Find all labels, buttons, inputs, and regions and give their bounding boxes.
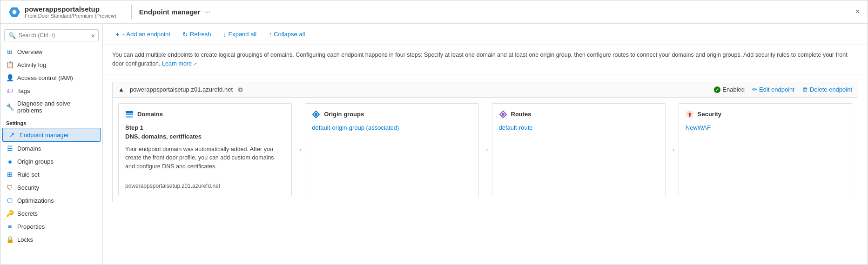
- page-title: Endpoint manager: [139, 8, 201, 16]
- domains-card-title: Domains: [137, 111, 163, 118]
- sidebar-label-origin-groups: Origin groups: [17, 158, 54, 165]
- routes-card-header: Routes: [499, 110, 659, 119]
- origin-groups-card-icon: [312, 110, 320, 119]
- search-icon: 🔍: [8, 32, 16, 39]
- endpoint-section: ▲ powerappsportalsetup.z01.azurefd.net ⧉…: [112, 82, 858, 202]
- learn-more-link[interactable]: Learn more ↗: [162, 60, 197, 67]
- arrow-1: →: [292, 144, 305, 155]
- svg-point-9: [502, 113, 505, 116]
- sidebar-item-secrets[interactable]: 🔑 Secrets: [0, 207, 102, 220]
- diagnose-icon: 🔧: [6, 103, 13, 111]
- svg-point-7: [315, 113, 317, 116]
- origin-groups-card-title: Origin groups: [324, 111, 364, 118]
- refresh-button[interactable]: ↻ Refresh: [177, 28, 216, 41]
- svg-rect-4: [126, 113, 133, 115]
- domains-card-footer: powerappsportalsetup.z01.azurefd.net: [125, 179, 285, 189]
- sidebar-label-activity-log: Activity log: [17, 61, 46, 68]
- security-card: Security NewWAF: [679, 103, 852, 196]
- collapse-icon: ↑: [269, 31, 272, 38]
- svg-point-2: [13, 10, 16, 14]
- toolbar: + + Add an endpoint ↻ Refresh ↓ Expand a…: [103, 24, 868, 45]
- header-logo-text: powerappsportalsetup Front Door Standard…: [25, 5, 116, 19]
- routes-card: Routes default-route: [492, 103, 666, 196]
- search-input[interactable]: [19, 32, 88, 39]
- security-icon: 🛡: [6, 184, 13, 191]
- endpoint-name: powerappsportalsetup.z01.azurefd.net: [130, 86, 233, 93]
- origin-groups-link[interactable]: default-origin-group (associated): [312, 124, 399, 131]
- domains-card: Domains Step 1DNS, domains, certificates…: [118, 103, 292, 196]
- endpoint-actions: Enabled ✏ Edit endpoint 🗑 Delete endpoin…: [714, 86, 852, 93]
- sidebar-label-overview: Overview: [17, 48, 42, 55]
- sidebar-item-activity-log[interactable]: 📋 Activity log: [0, 58, 102, 71]
- description-body: You can add multiple endpoints to create…: [112, 52, 848, 67]
- sidebar-item-origin-groups[interactable]: ◈ Origin groups: [0, 155, 102, 168]
- delete-endpoint-button[interactable]: 🗑 Delete endpoint: [802, 86, 852, 93]
- sidebar-item-rule-set[interactable]: ⊞ Rule set: [0, 168, 102, 181]
- endpoint-header: ▲ powerappsportalsetup.z01.azurefd.net ⧉…: [113, 82, 858, 98]
- add-icon: +: [115, 30, 120, 38]
- domains-icon: ☰: [6, 145, 13, 152]
- domains-card-header: Domains: [125, 110, 285, 119]
- main-layout: 🔍 « ⊞ Overview 📋 Activity log 👤 Access c…: [0, 24, 868, 265]
- sidebar-label-locks: Locks: [17, 236, 33, 243]
- header-logo: powerappsportalsetup Front Door Standard…: [8, 5, 116, 19]
- sidebar-item-access-control[interactable]: 👤 Access control (IAM): [0, 71, 102, 84]
- svg-rect-3: [126, 111, 133, 113]
- expand-label: Expand all: [228, 31, 256, 38]
- enabled-dot: [714, 86, 720, 93]
- sidebar-item-locks[interactable]: 🔒 Locks: [0, 233, 102, 246]
- optimizations-icon: ⬡: [6, 197, 13, 204]
- origin-groups-card-body: default-origin-group (associated): [312, 123, 471, 189]
- routes-card-icon: [499, 110, 507, 119]
- refresh-label: Refresh: [190, 31, 211, 38]
- secrets-icon: 🔑: [6, 210, 13, 217]
- edit-label: Edit endpoint: [759, 86, 794, 93]
- header: powerappsportalsetup Front Door Standard…: [0, 0, 868, 24]
- sidebar-item-endpoint-manager[interactable]: ↗ Endpoint manager: [2, 128, 101, 142]
- close-button[interactable]: ×: [855, 7, 860, 17]
- sidebar-label-properties: Properties: [17, 223, 45, 230]
- overview-icon: ⊞: [6, 48, 13, 55]
- routes-card-body: default-route: [499, 123, 659, 189]
- sidebar-label-diagnose: Diagnose and solve problems: [17, 100, 97, 114]
- enabled-label: Enabled: [722, 86, 745, 93]
- copy-icon[interactable]: ⧉: [238, 86, 242, 93]
- refresh-icon: ↻: [182, 31, 188, 38]
- add-endpoint-button[interactable]: + + Add an endpoint: [110, 27, 175, 41]
- collapse-sidebar-button[interactable]: «: [91, 32, 95, 39]
- sidebar-label-access-control: Access control (IAM): [17, 74, 73, 81]
- svg-rect-5: [126, 116, 133, 118]
- arrow-2: →: [479, 144, 492, 155]
- security-link[interactable]: NewWAF: [686, 124, 711, 131]
- sidebar-item-overview[interactable]: ⊞ Overview: [0, 45, 102, 58]
- origin-groups-icon: ◈: [6, 158, 13, 165]
- search-box[interactable]: 🔍 «: [4, 29, 99, 41]
- sidebar: 🔍 « ⊞ Overview 📋 Activity log 👤 Access c…: [0, 24, 103, 265]
- app-container: powerappsportalsetup Front Door Standard…: [0, 0, 868, 265]
- sidebar-item-properties[interactable]: ≡ Properties: [0, 220, 102, 233]
- svg-point-10: [688, 113, 691, 115]
- sidebar-item-optimizations[interactable]: ⬡ Optimizations: [0, 194, 102, 207]
- expand-all-button[interactable]: ↓ Expand all: [218, 28, 262, 41]
- sidebar-label-security: Security: [17, 184, 39, 191]
- svg-rect-11: [689, 115, 690, 117]
- domains-card-icon: [125, 110, 134, 119]
- more-button[interactable]: ···: [204, 8, 210, 16]
- edit-endpoint-button[interactable]: ✏ Edit endpoint: [752, 86, 794, 93]
- origin-groups-card: Origin groups default-origin-group (asso…: [305, 103, 478, 196]
- chevron-icon[interactable]: ▲: [118, 86, 124, 93]
- sidebar-item-domains[interactable]: ☰ Domains: [0, 142, 102, 155]
- arrow-3: →: [666, 144, 679, 155]
- access-control-icon: 👤: [6, 74, 13, 81]
- description-text: You can add multiple endpoints to create…: [103, 45, 868, 74]
- endpoint-title: ▲ powerappsportalsetup.z01.azurefd.net ⧉: [118, 86, 242, 93]
- domains-description: Your endpoint domain was automatically a…: [125, 145, 285, 171]
- delete-label: Delete endpoint: [810, 86, 852, 93]
- sidebar-item-security[interactable]: 🛡 Security: [0, 181, 102, 194]
- sidebar-item-diagnose[interactable]: 🔧 Diagnose and solve problems: [0, 97, 102, 117]
- sidebar-label-endpoint-manager: Endpoint manager: [20, 132, 69, 139]
- sidebar-label-tags: Tags: [17, 87, 30, 94]
- collapse-all-button[interactable]: ↑ Collapse all: [263, 28, 310, 41]
- sidebar-item-tags[interactable]: 🏷 Tags: [0, 84, 102, 97]
- routes-link[interactable]: default-route: [499, 124, 533, 131]
